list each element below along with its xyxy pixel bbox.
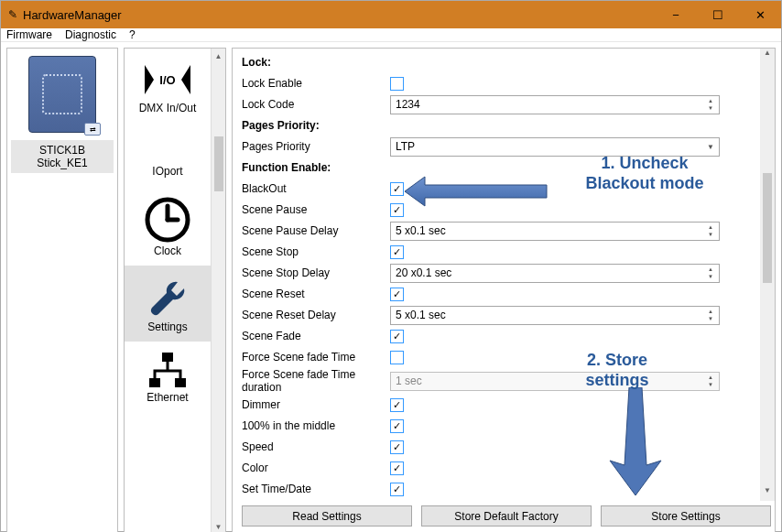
svg-rect-4 [162,353,173,362]
store-default-factory-button[interactable]: Store Default Factory [421,505,592,527]
label-speed: Speed [242,440,390,453]
input-scene-stop-delay[interactable]: 20 x0.1 sec ▲▼ [390,264,720,283]
checkbox-100-middle[interactable] [390,419,404,433]
body: ⇄ STICK1B Stick_KE1 I/O DMX In/Out [1,42,781,532]
checkbox-scene-reset[interactable] [390,288,404,301]
checkbox-lock-enable[interactable] [390,77,404,91]
label-scene-reset: Scene Reset [242,288,390,300]
label-lock-enable: Lock Enable [242,77,390,90]
settings-panel: Lock: Lock Enable Lock Code 1234 ▲▼ Page… [232,48,776,532]
nav-panel: I/O DMX In/Out IOport Clock [124,48,226,532]
section-lock: Lock: [242,56,390,69]
scene-reset-delay-value: 5 x0.1 sec [396,309,446,321]
dmx-icon: I/O [141,58,194,102]
checkbox-force-fade[interactable] [390,351,404,364]
input-lock-code[interactable]: 1234 ▲▼ [390,95,720,114]
pages-priority-value: LTP [396,140,415,153]
checkbox-scene-fade[interactable] [390,330,404,343]
ethernet-icon [145,351,190,391]
titlebar: ✎ HardwareManager − ☐ ✕ [1,1,781,28]
label-scene-pause-delay: Scene Pause Delay [242,224,390,237]
nav-item-ioport[interactable]: IOport [125,123,211,186]
wrench-icon [145,275,190,320]
svg-text:I/O: I/O [159,73,175,87]
label-scene-stop-delay: Scene Stop Delay [242,266,390,279]
label-force-fade: Force Scene fade Time [242,351,390,364]
device-label: STICK1B Stick_KE1 [11,140,114,173]
chevron-down-icon: ▼ [703,143,718,151]
scene-stop-delay-value: 20 x0.1 sec [396,266,451,279]
menubar: Firmware Diagnostic ? [1,28,781,42]
scroll-up-icon[interactable]: ▲ [760,49,775,63]
label-scene-reset-delay: Scene Reset Delay [242,309,390,321]
label-scene-pause: Scene Pause [242,203,390,216]
usb-icon: ⇄ [84,123,101,136]
nav-label: Clock [154,244,181,257]
input-scene-pause-delay[interactable]: 5 x0.1 sec ▲▼ [390,222,720,241]
nav-label: DMX In/Out [139,102,197,114]
lock-code-value: 1234 [396,98,420,111]
app-window: ✎ HardwareManager − ☐ ✕ Firmware Diagnos… [0,0,782,532]
nav-item-dmx[interactable]: I/O DMX In/Out [125,49,211,123]
svg-rect-6 [175,378,186,387]
maximize-button[interactable]: ☐ [697,1,739,28]
nav-item-clock[interactable]: Clock [125,186,211,266]
nav-label: IOport [152,165,182,178]
app-icon: ✎ [8,8,17,21]
read-settings-button[interactable]: Read Settings [242,505,412,527]
settings-scroll-area: Lock: Lock Enable Lock Code 1234 ▲▼ Page… [242,52,771,500]
label-blackout: BlackOut [242,182,390,195]
device-thumbnail[interactable]: ⇄ [28,56,96,133]
section-function-enable: Function Enable: [242,161,390,174]
nav-label: Settings [147,320,187,333]
minimize-button[interactable]: − [655,1,697,28]
menu-help[interactable]: ? [129,28,136,41]
label-pages-priority: Pages Priority [242,140,390,153]
svg-rect-5 [149,378,160,387]
force-fade-duration-value: 1 sec [396,375,422,387]
menu-diagnostic[interactable]: Diagnostic [65,28,116,41]
label-color: Color [242,461,390,474]
label-scene-stop: Scene Stop [242,245,390,258]
checkbox-color[interactable] [390,461,404,475]
checkbox-dimmer[interactable] [390,398,404,412]
main-scrollbar[interactable]: ▲ ▼ [760,49,775,501]
checkbox-scene-stop[interactable] [390,245,404,259]
window-controls: − ☐ ✕ [655,1,781,28]
store-settings-button[interactable]: Store Settings [601,505,771,527]
close-button[interactable]: ✕ [739,1,781,28]
label-force-fade-duration: Force Scene fade Time duration [242,368,390,394]
device-model: Stick_KE1 [11,157,114,169]
checkbox-set-time[interactable] [390,483,404,496]
checkbox-speed[interactable] [390,440,404,454]
scroll-down-icon[interactable]: ▼ [212,519,225,532]
device-panel: ⇄ STICK1B Stick_KE1 [6,48,118,532]
menu-firmware[interactable]: Firmware [6,28,52,41]
scroll-up-icon[interactable]: ▲ [212,49,225,63]
nav-scrollbar[interactable]: ▲ ▼ [211,49,225,532]
label-scene-fade: Scene Fade [242,330,390,342]
label-100-middle: 100% in the middle [242,419,390,432]
footer-buttons: Read Settings Store Default Factory Stor… [242,500,771,527]
device-name: STICK1B [11,144,114,157]
combo-pages-priority[interactable]: LTP ▼ [390,137,720,157]
app-title: HardwareManager [23,8,655,22]
nav-label: Ethernet [147,391,188,404]
nav-item-settings[interactable]: Settings [125,266,211,342]
nav-item-ethernet[interactable]: Ethernet [125,342,211,412]
label-set-time: Set Time/Date [242,483,390,495]
label-lock-code: Lock Code [242,98,390,111]
clock-icon [143,195,192,244]
input-force-fade-duration[interactable]: 1 sec ▲▼ [390,372,720,391]
checkbox-scene-pause[interactable] [390,203,404,217]
checkbox-blackout[interactable] [390,182,404,196]
section-pages: Pages Priority: [242,119,390,132]
scroll-down-icon[interactable]: ▼ [760,486,775,501]
input-scene-reset-delay[interactable]: 5 x0.1 sec ▲▼ [390,306,720,325]
label-dimmer: Dimmer [242,398,390,411]
scene-pause-delay-value: 5 x0.1 sec [396,224,446,237]
